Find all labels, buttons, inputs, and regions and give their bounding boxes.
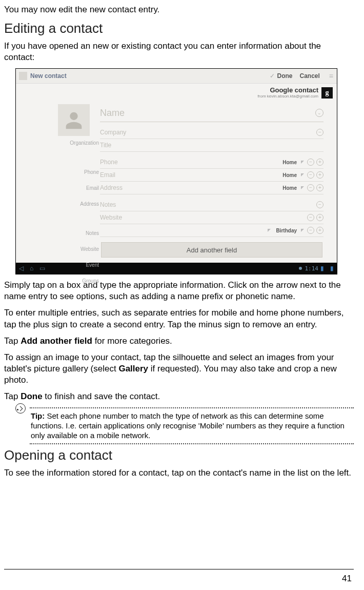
name-placeholder: Name [100,108,315,119]
label-website: Website [58,246,99,252]
dropdown-icon[interactable] [301,229,304,232]
address-field-row[interactable]: Address Home − + [100,182,323,194]
footer-rule [4,569,354,569]
address-placeholder: Address [100,184,278,191]
notes-field-row[interactable]: Notes − [100,199,323,211]
label-groups: Groups [58,278,99,284]
dropdown-icon[interactable] [301,186,304,189]
add-icon[interactable]: + [316,214,323,221]
after-paragraph-3: Tap Add another field for more categorie… [4,336,354,347]
tip-text: Set each phone number to match the type … [31,411,345,440]
name-expand-icon[interactable]: ⌄ [315,109,323,117]
event-type[interactable]: Birthday [276,228,297,233]
after-paragraph-1: Simply tap on a box and type the appropr… [4,280,354,302]
email-field-row[interactable]: Email Home − + [100,169,323,182]
label-event: Event [58,262,99,268]
title-field-row[interactable]: Title [100,139,323,152]
overflow-menu-icon[interactable]: ≡ [329,72,334,80]
phone-field-row[interactable]: Phone Home − + [100,156,323,169]
email-type[interactable]: Home [282,172,297,178]
add-icon[interactable]: + [316,184,323,191]
tip-callout: Tip: Set each phone number to match the … [15,407,354,444]
heading-editing-contact: Editing a contact [4,21,354,36]
field-labels-column: Organization Phone Email Address Notes W… [58,140,99,284]
label-organization: Organization [58,140,99,146]
person-silhouette-icon [62,108,86,132]
remove-icon[interactable]: − [307,227,314,234]
title-placeholder: Title [100,142,323,149]
dropdown-icon[interactable] [301,161,304,164]
battery-icon: ▮ [330,265,334,272]
home-icon[interactable]: ⌂ [30,265,33,272]
label-notes: Notes [58,230,99,236]
add-icon[interactable]: + [316,159,323,166]
label-address: Address [58,201,99,207]
recents-icon[interactable]: ▭ [39,265,45,272]
heading-opening-contact: Opening a contact [4,447,354,463]
wifi-icon: ▮ [320,265,324,272]
add-another-field-button[interactable]: Add another field [101,242,322,258]
dropdown-icon[interactable] [301,173,304,176]
phone-type[interactable]: Home [282,160,297,165]
label-email: Email [58,185,99,191]
company-field-row[interactable]: Company − [100,126,323,139]
address-type[interactable]: Home [282,185,297,191]
notification-dot-icon [299,267,302,270]
cancel-button[interactable]: Cancel [299,72,319,80]
remove-icon[interactable]: − [307,171,314,179]
event-field-row[interactable]: Birthday − + [100,224,323,237]
tip-label: Tip: [31,411,45,420]
after-paragraph-5: Tap Done to finish and save the contact. [4,391,354,402]
add-icon[interactable]: + [316,171,323,179]
remove-icon[interactable]: − [307,184,314,191]
page-number: 41 [342,574,352,584]
account-type: Google contact [258,87,318,94]
after-paragraph-4: To assign an image to your contact, tap … [4,352,354,386]
back-icon[interactable]: ◁ [19,265,24,272]
form-fields: Name ⌄ Company − Title Phone Home − + [100,104,323,249]
clock: 1:14 [305,265,319,272]
add-icon[interactable]: + [316,227,323,234]
google-badge-icon: g [321,87,333,99]
notes-placeholder: Notes [100,201,314,208]
remove-icon[interactable]: − [307,159,314,166]
account-header: Google contact from kevin.abson.kta@gmai… [258,87,333,99]
screen-title: New contact [30,72,67,80]
remove-icon[interactable]: − [316,129,323,136]
tip-icon [15,403,26,414]
account-email: from kevin.abson.kta@gmail.com [258,94,318,99]
dropdown-icon[interactable] [268,229,271,232]
name-field-row[interactable]: Name ⌄ [100,104,323,122]
intro-paragraph: You may now edit the new contact entry. [4,4,354,15]
remove-icon[interactable]: − [316,201,323,208]
website-field-row[interactable]: Website − + [100,211,323,224]
after-paragraph-2: To enter multiple entries, such as separ… [4,307,354,330]
phone-placeholder: Phone [100,159,278,166]
screenshot-topbar: New contact Done Cancel ≡ [16,69,337,84]
company-placeholder: Company [100,129,314,136]
new-contact-screenshot: New contact Done Cancel ≡ Google contact… [15,68,337,274]
done-button[interactable]: Done [270,72,292,80]
opening-paragraph-1: To see the information stored for a cont… [4,467,354,479]
contact-avatar[interactable] [58,104,90,136]
remove-icon[interactable]: − [307,214,314,221]
email-placeholder: Email [100,171,278,179]
website-placeholder: Website [100,214,305,221]
editing-paragraph-1: If you have opened an new or existing co… [4,41,354,63]
screenshot-body: Google contact from kevin.abson.kta@gmai… [16,84,337,263]
contact-card-icon [19,72,27,80]
label-phone: Phone [58,169,99,175]
